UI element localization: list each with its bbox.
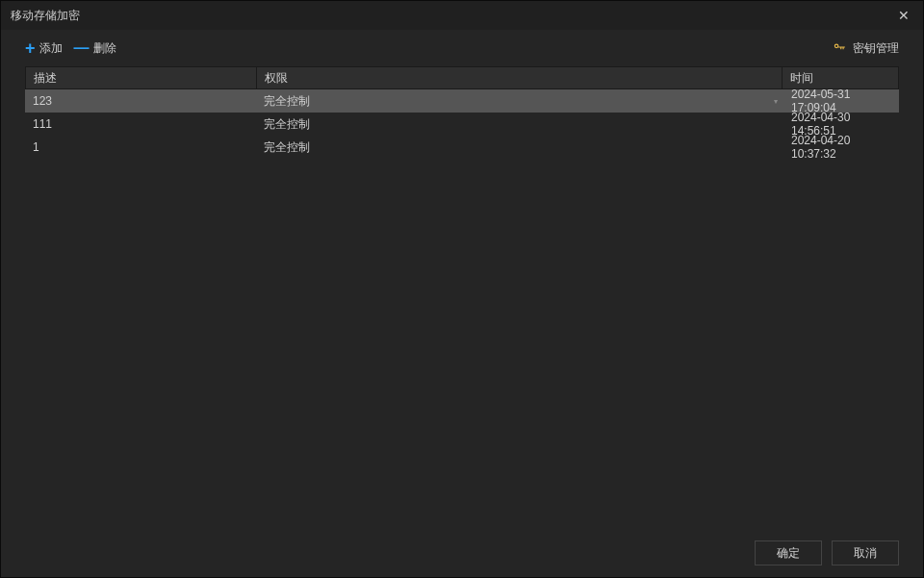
- header-time[interactable]: 时间: [783, 67, 898, 88]
- content-area: 描述 权限 时间 123 完全控制 ▾ 2024-05-31 17:09:04 …: [1, 66, 923, 529]
- toolbar: + 添加 — 删除 密钥管理: [1, 30, 923, 66]
- cell-time: 2024-04-30 14:56:51: [783, 113, 899, 136]
- table-row[interactable]: 1 完全控制 2024-04-20 10:37:32: [25, 136, 899, 159]
- confirm-button[interactable]: 确定: [755, 540, 822, 565]
- header-description[interactable]: 描述: [26, 67, 257, 88]
- close-button[interactable]: ✕: [894, 6, 913, 25]
- main-window: 移动存储加密 ✕ + 添加 — 删除 密钥管理 描述 权限 时间: [0, 0, 924, 578]
- cell-description: 111: [25, 113, 256, 136]
- delete-label: 删除: [93, 40, 116, 57]
- key-manage-button[interactable]: 密钥管理: [833, 40, 899, 57]
- table-row[interactable]: 111 完全控制 2024-04-30 14:56:51: [25, 113, 899, 136]
- cell-description: 123: [25, 89, 256, 113]
- cell-permission: 完全控制: [256, 136, 783, 159]
- minus-icon: —: [74, 40, 90, 56]
- key-icon: [833, 40, 846, 57]
- close-icon: ✕: [898, 8, 910, 23]
- toolbar-left: + 添加 — 删除: [25, 39, 116, 57]
- cell-time: 2024-05-31 17:09:04: [783, 89, 899, 113]
- add-button[interactable]: + 添加: [25, 39, 63, 57]
- key-manage-label: 密钥管理: [853, 40, 899, 57]
- cell-permission: 完全控制 ▾: [256, 89, 783, 113]
- cell-permission: 完全控制: [256, 113, 783, 136]
- table-row[interactable]: 123 完全控制 ▾ 2024-05-31 17:09:04: [25, 89, 899, 113]
- cell-time: 2024-04-20 10:37:32: [783, 136, 899, 159]
- titlebar: 移动存储加密 ✕: [1, 1, 923, 30]
- cell-description: 1: [25, 136, 256, 159]
- delete-button[interactable]: — 删除: [74, 40, 116, 57]
- header-permission[interactable]: 权限: [257, 67, 783, 88]
- add-label: 添加: [39, 40, 63, 57]
- window-title: 移动存储加密: [11, 8, 80, 24]
- footer: 确定 取消: [1, 529, 923, 577]
- table-header: 描述 权限 时间: [25, 66, 899, 89]
- dropdown-icon[interactable]: ▾: [774, 97, 778, 106]
- cancel-button[interactable]: 取消: [832, 540, 899, 565]
- table-body: 123 完全控制 ▾ 2024-05-31 17:09:04 111 完全控制 …: [25, 89, 899, 524]
- plus-icon: +: [25, 39, 36, 57]
